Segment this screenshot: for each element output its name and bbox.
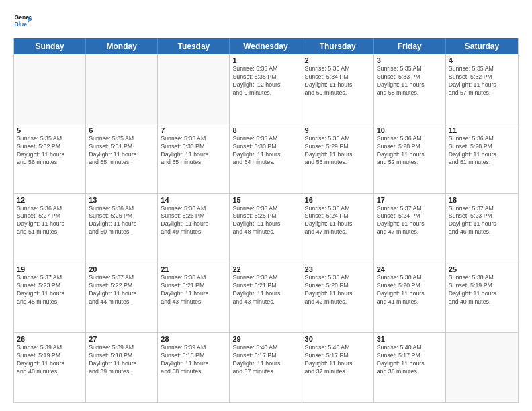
day-number: 22 [232,265,298,273]
day-info: Sunrise: 5:35 AM Sunset: 5:31 PM Dayligh… [89,135,154,167]
header: General Blue [13,12,519,31]
calendar-cell: 23Sunrise: 5:38 AM Sunset: 5:20 PM Dayli… [302,263,374,332]
day-number: 14 [161,196,226,204]
day-number: 25 [449,265,515,273]
calendar-cell: 19Sunrise: 5:37 AM Sunset: 5:23 PM Dayli… [14,263,86,332]
calendar-cell: 9Sunrise: 5:35 AM Sunset: 5:29 PM Daylig… [302,124,374,193]
day-number: 15 [232,196,298,204]
header-day-saturday: Saturday [446,38,518,54]
calendar-cell: 27Sunrise: 5:39 AM Sunset: 5:18 PM Dayli… [86,333,158,402]
day-info: Sunrise: 5:38 AM Sunset: 5:19 PM Dayligh… [449,274,515,306]
calendar-cell: 17Sunrise: 5:37 AM Sunset: 5:24 PM Dayli… [374,194,446,263]
calendar-cell: 16Sunrise: 5:36 AM Sunset: 5:24 PM Dayli… [302,194,374,263]
day-info: Sunrise: 5:36 AM Sunset: 5:26 PM Dayligh… [89,205,154,237]
calendar-cell: 25Sunrise: 5:38 AM Sunset: 5:19 PM Dayli… [446,263,518,332]
day-number: 21 [161,265,226,273]
calendar-cell: 11Sunrise: 5:36 AM Sunset: 5:28 PM Dayli… [446,124,518,193]
day-info: Sunrise: 5:35 AM Sunset: 5:29 PM Dayligh… [305,135,371,167]
header-day-tuesday: Tuesday [158,38,230,54]
day-info: Sunrise: 5:37 AM Sunset: 5:22 PM Dayligh… [89,274,154,306]
day-info: Sunrise: 5:35 AM Sunset: 5:30 PM Dayligh… [161,135,226,167]
day-number: 4 [449,56,515,64]
calendar-cell: 24Sunrise: 5:38 AM Sunset: 5:20 PM Dayli… [374,263,446,332]
day-info: Sunrise: 5:39 AM Sunset: 5:18 PM Dayligh… [89,344,154,376]
logo-icon: General Blue [13,12,32,31]
day-number: 29 [232,335,298,343]
calendar-cell: 2Sunrise: 5:35 AM Sunset: 5:34 PM Daylig… [302,54,374,124]
day-number: 26 [17,335,83,343]
day-info: Sunrise: 5:35 AM Sunset: 5:33 PM Dayligh… [377,65,443,97]
calendar-cell: 18Sunrise: 5:37 AM Sunset: 5:23 PM Dayli… [446,194,518,263]
calendar-cell [446,333,518,402]
day-info: Sunrise: 5:36 AM Sunset: 5:26 PM Dayligh… [161,205,226,237]
day-info: Sunrise: 5:38 AM Sunset: 5:21 PM Dayligh… [232,274,298,306]
day-info: Sunrise: 5:36 AM Sunset: 5:28 PM Dayligh… [449,135,515,167]
calendar-body: 1Sunrise: 5:35 AM Sunset: 5:35 PM Daylig… [14,54,518,402]
calendar-cell [14,54,86,124]
calendar-cell: 8Sunrise: 5:35 AM Sunset: 5:30 PM Daylig… [230,124,302,193]
calendar-cell: 14Sunrise: 5:36 AM Sunset: 5:26 PM Dayli… [158,194,230,263]
day-number: 1 [232,56,298,64]
day-number: 28 [161,335,226,343]
calendar-cell: 12Sunrise: 5:36 AM Sunset: 5:27 PM Dayli… [14,194,86,263]
day-info: Sunrise: 5:35 AM Sunset: 5:30 PM Dayligh… [232,135,298,167]
calendar-row-1: 1Sunrise: 5:35 AM Sunset: 5:35 PM Daylig… [14,54,518,124]
day-number: 19 [17,265,83,273]
calendar-row-3: 12Sunrise: 5:36 AM Sunset: 5:27 PM Dayli… [14,193,518,263]
calendar-cell: 4Sunrise: 5:35 AM Sunset: 5:32 PM Daylig… [446,54,518,124]
calendar-cell: 5Sunrise: 5:35 AM Sunset: 5:32 PM Daylig… [14,124,86,193]
calendar-cell: 6Sunrise: 5:35 AM Sunset: 5:31 PM Daylig… [86,124,158,193]
day-number: 30 [305,335,371,343]
calendar-cell: 3Sunrise: 5:35 AM Sunset: 5:33 PM Daylig… [374,54,446,124]
day-info: Sunrise: 5:35 AM Sunset: 5:34 PM Dayligh… [305,65,371,97]
day-info: Sunrise: 5:36 AM Sunset: 5:24 PM Dayligh… [305,205,371,237]
header-day-friday: Friday [374,38,446,54]
day-info: Sunrise: 5:35 AM Sunset: 5:35 PM Dayligh… [232,65,298,97]
calendar-cell: 30Sunrise: 5:40 AM Sunset: 5:17 PM Dayli… [302,333,374,402]
day-number: 24 [377,265,443,273]
header-day-monday: Monday [86,38,158,54]
day-info: Sunrise: 5:39 AM Sunset: 5:19 PM Dayligh… [17,344,83,376]
calendar-row-4: 19Sunrise: 5:37 AM Sunset: 5:23 PM Dayli… [14,263,518,332]
calendar-cell: 13Sunrise: 5:36 AM Sunset: 5:26 PM Dayli… [86,194,158,263]
calendar-cell: 20Sunrise: 5:37 AM Sunset: 5:22 PM Dayli… [86,263,158,332]
day-info: Sunrise: 5:40 AM Sunset: 5:17 PM Dayligh… [377,344,443,376]
calendar-cell [158,54,230,124]
day-info: Sunrise: 5:37 AM Sunset: 5:23 PM Dayligh… [17,274,83,306]
day-number: 23 [305,265,371,273]
day-info: Sunrise: 5:38 AM Sunset: 5:20 PM Dayligh… [305,274,371,306]
day-info: Sunrise: 5:40 AM Sunset: 5:17 PM Dayligh… [232,344,298,376]
day-info: Sunrise: 5:35 AM Sunset: 5:32 PM Dayligh… [449,65,515,97]
day-number: 3 [377,56,443,64]
header-day-thursday: Thursday [302,38,374,54]
day-number: 8 [232,126,298,134]
day-info: Sunrise: 5:40 AM Sunset: 5:17 PM Dayligh… [305,344,371,376]
calendar-cell: 21Sunrise: 5:38 AM Sunset: 5:21 PM Dayli… [158,263,230,332]
day-info: Sunrise: 5:38 AM Sunset: 5:20 PM Dayligh… [377,274,443,306]
day-number: 31 [377,335,443,343]
day-info: Sunrise: 5:36 AM Sunset: 5:25 PM Dayligh… [232,205,298,237]
calendar-row-5: 26Sunrise: 5:39 AM Sunset: 5:19 PM Dayli… [14,332,518,402]
day-number: 17 [377,196,443,204]
calendar-cell: 10Sunrise: 5:36 AM Sunset: 5:28 PM Dayli… [374,124,446,193]
calendar-cell: 1Sunrise: 5:35 AM Sunset: 5:35 PM Daylig… [230,54,302,124]
calendar-header: SundayMondayTuesdayWednesdayThursdayFrid… [14,38,518,54]
day-info: Sunrise: 5:35 AM Sunset: 5:32 PM Dayligh… [17,135,83,167]
calendar: SundayMondayTuesdayWednesdayThursdayFrid… [13,38,519,403]
calendar-row-2: 5Sunrise: 5:35 AM Sunset: 5:32 PM Daylig… [14,124,518,193]
day-number: 12 [17,196,83,204]
day-info: Sunrise: 5:36 AM Sunset: 5:28 PM Dayligh… [377,135,443,167]
svg-text:Blue: Blue [15,21,28,28]
logo: General Blue [13,12,32,31]
day-number: 27 [89,335,154,343]
day-number: 20 [89,265,154,273]
page: General Blue SundayMondayTuesdayWednesda… [0,0,532,411]
calendar-cell: 29Sunrise: 5:40 AM Sunset: 5:17 PM Dayli… [230,333,302,402]
header-day-wednesday: Wednesday [230,38,302,54]
day-info: Sunrise: 5:38 AM Sunset: 5:21 PM Dayligh… [161,274,226,306]
calendar-cell: 22Sunrise: 5:38 AM Sunset: 5:21 PM Dayli… [230,263,302,332]
calendar-cell: 15Sunrise: 5:36 AM Sunset: 5:25 PM Dayli… [230,194,302,263]
day-number: 16 [305,196,371,204]
day-info: Sunrise: 5:37 AM Sunset: 5:23 PM Dayligh… [449,205,515,237]
day-number: 7 [161,126,226,134]
